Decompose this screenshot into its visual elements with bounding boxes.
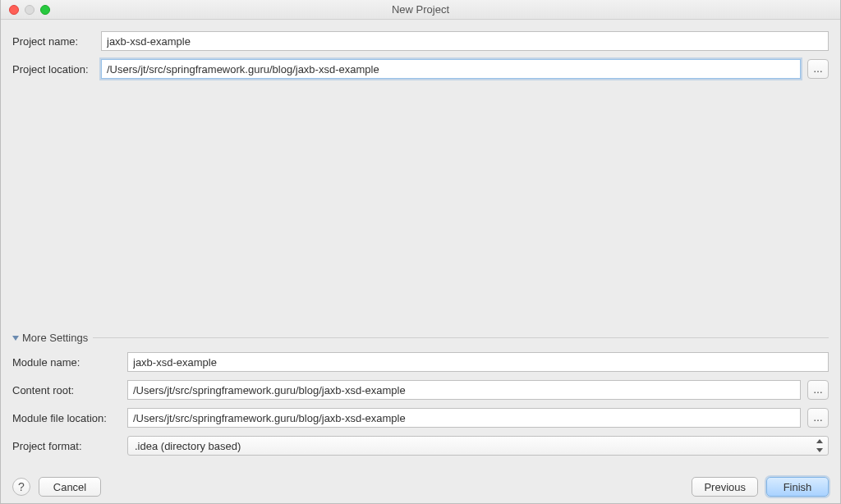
- finish-button[interactable]: Finish: [766, 477, 829, 497]
- dialog-footer: ? Cancel Previous Finish: [12, 464, 829, 497]
- minimize-icon: [25, 5, 34, 15]
- content-root-label: Content root:: [12, 384, 121, 396]
- close-icon[interactable]: [9, 5, 19, 15]
- project-format-select[interactable]: .idea (directory based): [127, 436, 829, 456]
- more-settings-header: More Settings: [12, 332, 829, 344]
- project-format-label: Project format:: [12, 440, 121, 452]
- more-settings-label: More Settings: [22, 332, 88, 344]
- help-button[interactable]: ?: [12, 478, 30, 496]
- project-location-row: Project location: …: [12, 59, 829, 79]
- module-name-label: Module name:: [12, 356, 121, 369]
- project-location-browse-button[interactable]: …: [807, 59, 829, 79]
- project-name-input[interactable]: [101, 31, 829, 51]
- disclosure-triangle-icon: [12, 336, 19, 341]
- module-file-location-input[interactable]: [127, 408, 801, 428]
- new-project-dialog: New Project Project name: Project locati…: [0, 0, 841, 504]
- module-name-row: Module name:: [12, 352, 829, 372]
- separator: [93, 337, 829, 338]
- project-format-value: .idea (directory based): [135, 440, 241, 452]
- help-icon: ?: [18, 480, 25, 493]
- more-settings-panel: Module name: Content root: … Module file…: [12, 352, 829, 464]
- module-file-location-row: Module file location: …: [12, 408, 829, 428]
- vertical-spacer: [12, 87, 829, 328]
- previous-button[interactable]: Previous: [692, 477, 758, 497]
- previous-label: Previous: [704, 481, 746, 493]
- content-root-row: Content root: …: [12, 380, 829, 400]
- window-controls: [1, 5, 50, 15]
- project-name-label: Project name:: [12, 35, 94, 48]
- zoom-icon[interactable]: [40, 5, 50, 15]
- project-location-label: Project location:: [12, 63, 94, 76]
- updown-icon: [816, 439, 824, 452]
- module-file-location-label: Module file location:: [12, 412, 121, 424]
- titlebar: New Project: [1, 0, 840, 20]
- ellipsis-icon: …: [813, 384, 823, 396]
- ellipsis-icon: …: [813, 412, 823, 424]
- module-file-location-browse-button[interactable]: …: [807, 408, 829, 428]
- window-title: New Project: [1, 3, 840, 16]
- cancel-label: Cancel: [53, 481, 86, 493]
- dialog-content: Project name: Project location: … More S…: [1, 20, 840, 503]
- project-format-row: Project format: .idea (directory based): [12, 436, 829, 456]
- project-location-input[interactable]: [101, 59, 801, 79]
- more-settings-toggle[interactable]: More Settings: [12, 332, 88, 344]
- content-root-browse-button[interactable]: …: [807, 380, 829, 400]
- content-root-input[interactable]: [127, 380, 801, 400]
- finish-label: Finish: [784, 481, 812, 493]
- ellipsis-icon: …: [813, 63, 823, 75]
- cancel-button[interactable]: Cancel: [39, 477, 101, 497]
- project-name-row: Project name:: [12, 31, 829, 51]
- module-name-input[interactable]: [127, 352, 829, 372]
